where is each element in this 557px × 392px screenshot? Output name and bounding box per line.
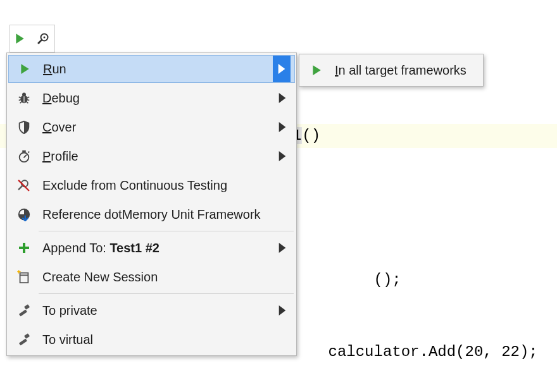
svg-rect-23 xyxy=(20,273,28,283)
menu-item-to-private[interactable]: To private xyxy=(8,296,295,325)
inspect-icon[interactable] xyxy=(37,32,51,46)
new-session-icon xyxy=(12,270,36,284)
menu-label: Debug xyxy=(36,91,273,106)
svg-point-2 xyxy=(38,42,40,44)
context-submenu: In all target frameworks xyxy=(299,54,484,87)
svg-line-16 xyxy=(28,152,29,153)
menu-separator xyxy=(39,231,294,231)
gutter-action-icons[interactable] xyxy=(9,25,55,52)
svg-line-18 xyxy=(19,186,23,190)
submenu-arrow-icon xyxy=(273,113,291,142)
run-icon xyxy=(304,64,329,76)
menu-label: Run xyxy=(37,62,273,77)
menu-separator xyxy=(39,293,294,294)
menu-item-to-virtual[interactable]: To virtual xyxy=(8,325,295,354)
stopwatch-icon xyxy=(12,149,36,163)
menu-label: In all target frameworks xyxy=(329,63,478,78)
svg-line-9 xyxy=(27,100,30,101)
hammer-icon xyxy=(12,303,36,317)
context-menu: Run Debug Cover Profile xyxy=(6,52,297,356)
menu-label: To virtual xyxy=(36,333,273,347)
svg-line-7 xyxy=(19,100,22,101)
svg-line-11 xyxy=(27,102,28,104)
menu-label: Profile xyxy=(36,149,273,164)
svg-rect-26 xyxy=(19,338,27,345)
submenu-arrow-icon xyxy=(273,83,291,113)
plus-icon xyxy=(12,242,36,254)
submenu-arrow-icon xyxy=(273,142,291,171)
menu-item-profile[interactable]: Profile xyxy=(8,142,295,171)
menu-label: Cover xyxy=(36,120,273,135)
menu-label: To private xyxy=(36,303,273,318)
menu-item-exclude-ct[interactable]: Exclude from Continuous Testing xyxy=(8,171,295,200)
menu-item-debug[interactable]: Debug xyxy=(8,83,295,113)
svg-point-5 xyxy=(22,93,26,97)
svg-rect-24 xyxy=(19,309,27,316)
svg-rect-22 xyxy=(19,247,29,249)
submenu-item-all-frameworks[interactable]: In all target frameworks xyxy=(301,56,482,85)
run-icon xyxy=(13,63,37,75)
menu-item-reference-dotmemory[interactable]: Reference dotMemory Unit Framework xyxy=(8,200,295,229)
exclude-icon xyxy=(12,178,36,192)
svg-line-6 xyxy=(19,97,22,98)
svg-rect-15 xyxy=(22,150,26,152)
bug-icon xyxy=(12,91,36,105)
menu-label: Append To: Test1 #2 xyxy=(36,241,273,255)
submenu-arrow-icon xyxy=(273,56,291,82)
svg-line-14 xyxy=(24,155,27,157)
run-icon[interactable] xyxy=(14,33,25,44)
menu-item-append-to[interactable]: Append To: Test1 #2 xyxy=(8,233,295,262)
svg-line-10 xyxy=(20,102,22,104)
menu-item-cover[interactable]: Cover xyxy=(8,113,295,142)
svg-line-8 xyxy=(27,97,30,98)
hammer-icon xyxy=(12,333,36,346)
shield-icon xyxy=(12,120,36,134)
menu-item-run[interactable]: Run xyxy=(8,55,295,83)
submenu-arrow-icon xyxy=(273,296,291,325)
menu-label: Create New Session xyxy=(36,270,273,285)
dotmemory-icon xyxy=(12,207,36,221)
svg-rect-27 xyxy=(24,333,30,339)
menu-item-new-session[interactable]: Create New Session xyxy=(8,262,295,291)
svg-point-3 xyxy=(44,37,46,39)
svg-rect-25 xyxy=(24,304,30,310)
menu-label: Exclude from Continuous Testing xyxy=(36,178,273,193)
menu-label: Reference dotMemory Unit Framework xyxy=(36,207,273,222)
submenu-arrow-icon xyxy=(273,233,291,262)
